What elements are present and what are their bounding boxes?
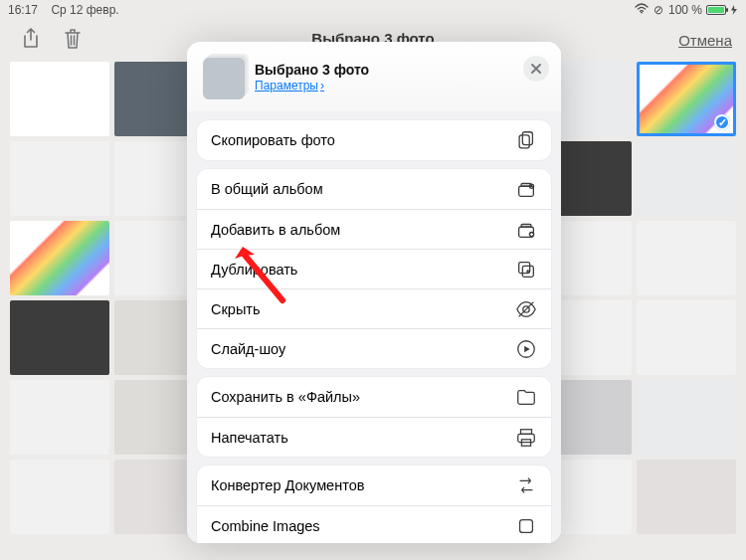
copy-icon [515, 129, 537, 151]
action-combine-images[interactable]: Combine Images [197, 505, 551, 543]
play-circle-icon [515, 338, 537, 360]
action-в-общий-альбом[interactable]: В общий альбом [197, 169, 551, 209]
share-sheet: Выбрано 3 фото Параметры› Скопировать фо… [187, 42, 561, 543]
sheet-title: Выбрано 3 фото [255, 62, 369, 80]
action-label: Конвертер Документов [211, 477, 364, 493]
action-сохранить-в-файлы-[interactable]: Сохранить в «Файлы» [197, 377, 551, 417]
action-напечатать[interactable]: Напечатать [197, 417, 551, 457]
svg-rect-1 [522, 132, 532, 145]
convert-icon [515, 474, 537, 496]
svg-rect-7 [521, 224, 531, 227]
shared-album-icon [515, 178, 537, 200]
svg-rect-16 [520, 519, 533, 532]
duplicate-icon [515, 259, 537, 280]
action-label: Combine Images [211, 518, 320, 534]
printer-icon [515, 427, 537, 449]
action-list: Скопировать фотоВ общий альбомДобавить в… [187, 112, 561, 543]
action-label: Дублировать [211, 262, 297, 278]
action-слайд-шоу[interactable]: Слайд-шоу [197, 328, 551, 368]
action-label: Скопировать фото [211, 132, 335, 148]
close-button[interactable] [523, 56, 549, 82]
action-дублировать[interactable]: Дублировать [197, 249, 551, 288]
action-label: Скрыть [211, 301, 261, 317]
action-label: Добавить в альбом [211, 222, 340, 238]
action-label: Слайд-шоу [211, 341, 285, 357]
action-label: Напечатать [211, 430, 288, 446]
preview-thumb-icon [203, 58, 245, 99]
svg-rect-2 [519, 135, 529, 148]
options-link[interactable]: Параметры› [255, 79, 369, 93]
action-скрыть[interactable]: Скрыть [197, 288, 551, 328]
action-конвертер-документов[interactable]: Конвертер Документов [197, 466, 551, 505]
folder-icon [515, 386, 537, 408]
add-album-icon [515, 219, 537, 241]
svg-rect-14 [518, 434, 535, 442]
sheet-header: Выбрано 3 фото Параметры› [187, 42, 561, 112]
action-скопировать-фото[interactable]: Скопировать фото [197, 120, 551, 160]
hide-icon [515, 298, 537, 320]
action-добавить-в-альбом[interactable]: Добавить в альбом [197, 209, 551, 249]
action-label: В общий альбом [211, 181, 323, 197]
square-icon [515, 515, 537, 537]
svg-rect-13 [521, 429, 532, 434]
action-label: Сохранить в «Файлы» [211, 389, 360, 405]
